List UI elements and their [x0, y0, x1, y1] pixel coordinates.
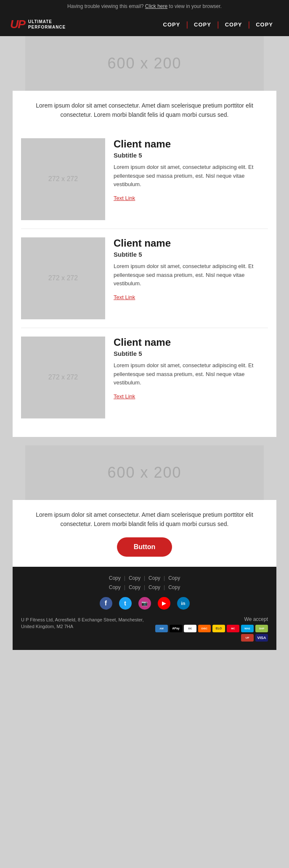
card-2-title: Client name — [114, 237, 268, 249]
cta-text: Lorem ipsum dolor sit amet consectetur. … — [21, 510, 268, 529]
logo: UP ULTIMATE PERFORMANCE — [10, 18, 66, 31]
banner2-outer: 600 x 200 — [13, 445, 276, 500]
footer-nav-2-4[interactable]: Copy — [165, 584, 183, 590]
bottom-gap — [0, 650, 289, 658]
cta-button[interactable]: Button — [117, 537, 172, 557]
mid-gap — [0, 437, 289, 445]
facebook-icon[interactable]: f — [100, 597, 112, 610]
payment-applepay: APay — [170, 625, 182, 632]
footer-bottom: U P Fitness Ltd, Acresfield, 8 Exchange … — [21, 616, 268, 642]
card-3-image: 272 x 272 — [21, 337, 105, 418]
card-2-subtitle: Subtitle 5 — [114, 251, 268, 258]
card-1-link[interactable]: Text Link — [114, 195, 135, 201]
card-2-content: Client name Subtitle 5 Lorem ipsum dolor… — [114, 237, 268, 301]
banner1: 600 x 200 — [25, 36, 264, 91]
logo-icon: UP — [10, 18, 25, 31]
footer-payment: We accept AM APay DC DISC ELO MC MAE SHP… — [145, 616, 268, 642]
footer-nav-2-2[interactable]: Copy — [125, 584, 144, 590]
footer-nav-row1: Copy | Copy | Copy | Copy — [21, 575, 268, 581]
footer-nav-1-2[interactable]: Copy — [125, 575, 144, 581]
payment-elo: ELO — [212, 625, 225, 632]
topbar-link[interactable]: Click here — [145, 3, 167, 9]
card-item-1: 272 x 272 Client name Subtitle 5 Lorem i… — [21, 130, 268, 229]
youtube-icon[interactable]: ▶ — [158, 597, 170, 610]
header-nav: COPY | COPY | COPY | COPY — [157, 20, 279, 29]
payment-mastercard: MC — [227, 625, 239, 632]
footer-nav-1-4[interactable]: Copy — [165, 575, 183, 581]
card-item-2: 272 x 272 Client name Subtitle 5 Lorem i… — [21, 229, 268, 328]
payment-visa: VISA — [255, 634, 268, 642]
nav-item-4[interactable]: COPY — [250, 21, 279, 28]
footer-nav-1-1[interactable]: Copy — [106, 575, 124, 581]
banner1-outer: 600 x 200 — [13, 36, 276, 91]
intro-text: Lorem ipsum dolor sit amet consectetur. … — [21, 101, 268, 120]
card-1-title: Client name — [114, 138, 268, 150]
footer-nav-2-1[interactable]: Copy — [106, 584, 124, 590]
card-3-title: Client name — [114, 337, 268, 348]
payment-maestro: MAE — [241, 625, 254, 632]
card-3-image-text: 272 x 272 — [48, 374, 78, 381]
card-2-image-text: 272 x 272 — [48, 274, 78, 282]
intro-section: Lorem ipsum dolor sit amet consectetur. … — [13, 91, 276, 130]
card-3-content: Client name Subtitle 5 Lorem ipsum dolor… — [114, 337, 268, 400]
topbar-message: Having trouble viewing this email? — [67, 3, 143, 9]
card-item-3: 272 x 272 Client name Subtitle 5 Lorem i… — [21, 328, 268, 427]
card-1-image-text: 272 x 272 — [48, 175, 78, 183]
nav-item-1[interactable]: COPY — [157, 21, 186, 28]
banner2: 600 x 200 — [25, 445, 264, 500]
payment-discover: DISC — [198, 625, 211, 632]
card-1-subtitle: Subtitle 5 — [114, 152, 268, 159]
linkedin-icon[interactable]: in — [177, 597, 190, 610]
twitter-icon[interactable]: t — [119, 597, 132, 610]
cards-section: 272 x 272 Client name Subtitle 5 Lorem i… — [13, 130, 276, 437]
card-2-image: 272 x 272 — [21, 237, 105, 319]
card-3-subtitle: Subtitle 5 — [114, 350, 268, 357]
logo-text: ULTIMATE PERFORMANCE — [28, 19, 66, 30]
footer-social: f t 📷 ▶ in — [21, 597, 268, 610]
top-bar: Having trouble viewing this email? Click… — [0, 0, 289, 13]
footer: Copy | Copy | Copy | Copy Copy | Copy | … — [13, 567, 276, 650]
footer-nav-row2: Copy | Copy | Copy | Copy — [21, 584, 268, 590]
payment-amex: AM — [155, 625, 168, 632]
footer-nav-2-3[interactable]: Copy — [145, 584, 164, 590]
banner1-text: 600 x 200 — [107, 55, 181, 72]
payment-shopify: SHP — [255, 625, 268, 632]
payment-icons: AM APay DC DISC ELO MC MAE SHP UP VISA — [145, 625, 268, 642]
cta-section: Lorem ipsum dolor sit amet consectetur. … — [13, 500, 276, 567]
card-1-image: 272 x 272 — [21, 138, 105, 220]
footer-address: U P Fitness Ltd, Acresfield, 8 Exchange … — [21, 616, 145, 630]
header: UP ULTIMATE PERFORMANCE COPY | COPY | CO… — [0, 13, 289, 36]
card-3-link[interactable]: Text Link — [114, 393, 135, 400]
footer-nav-1-3[interactable]: Copy — [145, 575, 164, 581]
banner2-text: 600 x 200 — [107, 464, 181, 481]
nav-item-3[interactable]: COPY — [219, 21, 248, 28]
nav-item-2[interactable]: COPY — [188, 21, 217, 28]
topbar-link-suffix: to view in your browser. — [169, 3, 222, 9]
instagram-icon[interactable]: 📷 — [138, 597, 151, 610]
payment-diners: DC — [184, 625, 196, 632]
payment-unionpay: UP — [241, 634, 254, 642]
email-wrapper: Having trouble viewing this email? Click… — [0, 0, 289, 658]
card-2-link[interactable]: Text Link — [114, 294, 135, 300]
card-1-body: Lorem ipsum dolor sit amet, consectetur … — [114, 163, 268, 189]
card-2-body: Lorem ipsum dolor sit amet, consectetur … — [114, 262, 268, 288]
card-3-body: Lorem ipsum dolor sit amet, consectetur … — [114, 361, 268, 387]
footer-payment-label: We accept — [145, 616, 268, 622]
card-1-content: Client name Subtitle 5 Lorem ipsum dolor… — [114, 138, 268, 202]
